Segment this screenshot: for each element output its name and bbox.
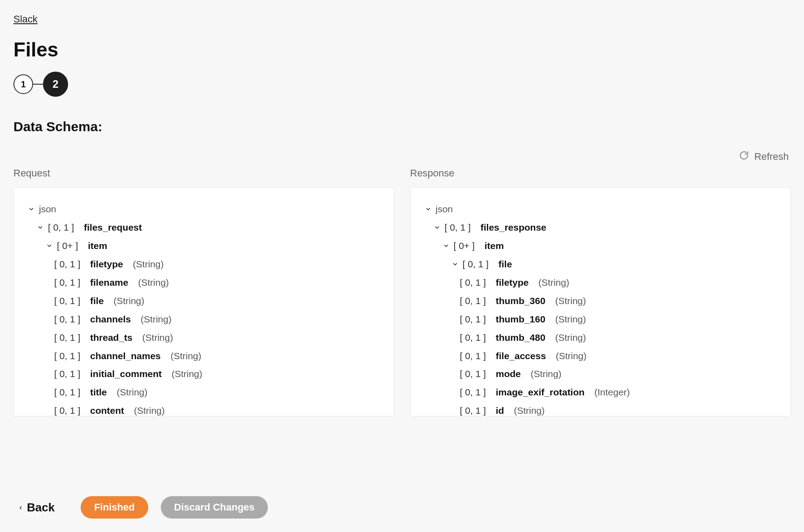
tree-leaf[interactable]: [ 0, 1 ] thumb_480 (String) [424, 329, 777, 347]
step-1[interactable]: 1 [13, 74, 33, 94]
tree-type: (String) [133, 255, 164, 274]
tree-node-json[interactable]: json [424, 200, 777, 219]
tree-node-file[interactable]: [ 0, 1 ] file [424, 255, 777, 274]
tree-cardinality: [ 0, 1 ] [460, 383, 486, 402]
tree-name: channel_names [90, 347, 161, 365]
tree-name: filename [90, 274, 128, 292]
chevron-down-icon [433, 223, 441, 232]
tree-type: (String) [531, 365, 562, 383]
breadcrumb-link[interactable]: Slack [13, 13, 791, 25]
tree-type: (String) [134, 402, 165, 416]
tree-name: thread_ts [90, 329, 133, 347]
tree-leaf[interactable]: [ 0, 1 ] title (String) [27, 383, 380, 402]
finished-button[interactable]: Finished [81, 496, 148, 519]
tree-type: (String) [556, 347, 587, 365]
tree-name: thumb_480 [496, 329, 546, 347]
tree-leaf[interactable]: [ 0, 1 ] mode (String) [424, 365, 777, 383]
tree-name: file_access [496, 347, 546, 365]
tree-cardinality: [ 0, 1 ] [460, 274, 486, 292]
tree-name: id [496, 402, 504, 416]
tree-type: (String) [172, 365, 202, 383]
tree-cardinality: [ 0, 1 ] [54, 255, 80, 274]
tree-name: initial_comment [90, 365, 162, 383]
tree-leaf[interactable]: [ 0, 1 ] thread_ts (String) [27, 329, 380, 347]
tree-leaf[interactable]: [ 0, 1 ] thumb_160 (String) [424, 310, 777, 329]
tree-name: content [90, 402, 124, 416]
chevron-down-icon [451, 260, 459, 268]
tree-leaf[interactable]: [ 0, 1 ] id (String) [424, 402, 777, 416]
tree-label: json [436, 200, 453, 219]
tree-type: (String) [116, 383, 147, 402]
refresh-icon [739, 150, 749, 163]
chevron-left-icon [18, 501, 23, 515]
tree-cardinality: [ 0, 1 ] [445, 219, 471, 237]
tree-name: item [485, 237, 504, 255]
tree-type: (String) [113, 292, 144, 310]
back-label: Back [27, 501, 55, 515]
back-button[interactable]: Back [18, 501, 68, 515]
tree-leaf[interactable]: [ 0, 1 ] file (String) [27, 292, 380, 310]
tree-cardinality: [ 0, 1 ] [54, 274, 80, 292]
tree-cardinality: [ 0, 1 ] [54, 292, 80, 310]
tree-cardinality: [ 0, 1 ] [463, 255, 489, 274]
chevron-down-icon [45, 242, 53, 250]
tree-cardinality: [ 0, 1 ] [460, 347, 486, 365]
tree-leaf[interactable]: [ 0, 1 ] channels (String) [27, 310, 380, 329]
tree-type: (String) [171, 347, 202, 365]
tree-leaf[interactable]: [ 0, 1 ] thumb_360 (String) [424, 292, 777, 310]
tree-type: (String) [142, 329, 173, 347]
tree-node-item[interactable]: [ 0+ ] item [424, 237, 777, 255]
tree-name: file [90, 292, 103, 310]
tree-name: filetype [90, 255, 123, 274]
tree-cardinality: [ 0, 1 ] [54, 347, 80, 365]
tree-name: thumb_160 [496, 310, 546, 329]
tree-leaf[interactable]: [ 0, 1 ] filetype (String) [424, 274, 777, 292]
chevron-down-icon [36, 223, 44, 232]
tree-cardinality: [ 0, 1 ] [460, 329, 486, 347]
tree-type: (String) [555, 329, 586, 347]
tree-cardinality: [ 0, 1 ] [460, 310, 486, 329]
tree-leaf[interactable]: [ 0, 1 ] filetype (String) [27, 255, 380, 274]
tree-name: item [88, 237, 107, 255]
tree-leaf[interactable]: [ 0, 1 ] channel_names (String) [27, 347, 380, 365]
request-header: Request [13, 167, 394, 179]
tree-type: (String) [514, 402, 545, 416]
tree-cardinality: [ 0, 1 ] [460, 402, 486, 416]
tree-type: (String) [555, 310, 586, 329]
refresh-button[interactable]: Refresh [13, 150, 791, 163]
section-title: Data Schema: [13, 119, 791, 134]
tree-cardinality: [ 0, 1 ] [54, 402, 80, 416]
tree-name: files_response [481, 219, 546, 237]
tree-name: file [499, 255, 512, 274]
step-2[interactable]: 2 [43, 72, 68, 97]
request-panel: json [ 0, 1 ] files_request [13, 187, 394, 416]
tree-node-files-request[interactable]: [ 0, 1 ] files_request [27, 219, 380, 237]
tree-leaf[interactable]: [ 0, 1 ] content (String) [27, 402, 380, 416]
tree-name: files_request [84, 219, 142, 237]
page-title: Files [13, 39, 791, 61]
tree-type: (String) [141, 310, 172, 329]
tree-node-files-response[interactable]: [ 0, 1 ] files_response [424, 219, 777, 237]
tree-label: json [39, 200, 56, 219]
tree-name: image_exif_rotation [496, 383, 585, 402]
discard-changes-button[interactable]: Discard Changes [161, 496, 268, 519]
tree-name: title [90, 383, 107, 402]
chevron-down-icon [27, 205, 35, 213]
tree-node-json[interactable]: json [27, 200, 380, 219]
step-indicator: 1 2 [13, 72, 791, 97]
refresh-label: Refresh [754, 151, 789, 163]
chevron-down-icon [442, 242, 450, 250]
tree-leaf[interactable]: [ 0, 1 ] image_exif_rotation (Integer) [424, 383, 777, 402]
tree-leaf[interactable]: [ 0, 1 ] initial_comment (String) [27, 365, 380, 383]
tree-cardinality: [ 0, 1 ] [54, 329, 80, 347]
tree-cardinality: [ 0+ ] [454, 237, 475, 255]
tree-node-item[interactable]: [ 0+ ] item [27, 237, 380, 255]
response-panel: json [ 0, 1 ] files_response [410, 187, 791, 416]
tree-name: filetype [496, 274, 529, 292]
tree-leaf[interactable]: [ 0, 1 ] file_access (String) [424, 347, 777, 365]
response-header: Response [410, 167, 791, 179]
tree-cardinality: [ 0, 1 ] [54, 383, 80, 402]
tree-cardinality: [ 0, 1 ] [460, 365, 486, 383]
step-connector [33, 84, 43, 85]
tree-leaf[interactable]: [ 0, 1 ] filename (String) [27, 274, 380, 292]
